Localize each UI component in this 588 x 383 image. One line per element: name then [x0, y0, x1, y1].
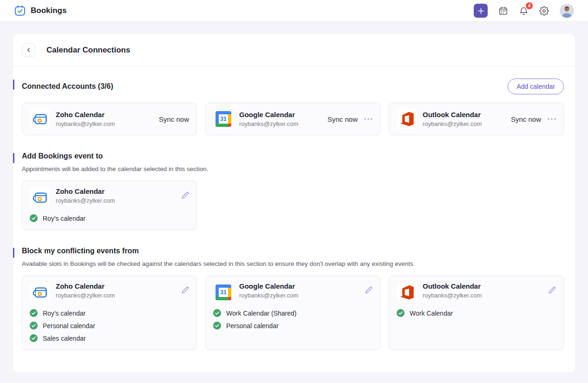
section-accent-bar — [13, 79, 14, 90]
ellipsis-icon — [548, 118, 556, 120]
connected-account-card-zoho: Zoho Calendar roybanks@zylker.com Sync n… — [22, 103, 197, 135]
provider-email: roybanks@zylker.com — [56, 120, 115, 127]
notification-badge: 4 — [526, 2, 533, 9]
pencil-icon — [365, 286, 372, 294]
selected-calendar-item: Personal calendar — [213, 322, 372, 330]
add-bookings-event-list: Zoho Calendar roybanks@zylker.com — [22, 181, 564, 230]
connected-account-card-google: 31 Google Calendar roybanks@zylker.com S… — [205, 103, 380, 135]
connected-accounts-section: Connected Accounts (3/6) Add calendar Zo… — [13, 79, 575, 135]
provider-name: Google Calendar — [239, 111, 298, 119]
zoho-calendar-icon — [30, 282, 50, 303]
settings-button[interactable] — [539, 6, 549, 16]
avatar-photo — [560, 4, 574, 18]
add-bookings-event-section: Add Bookings event to Appointments will … — [13, 152, 575, 230]
back-button[interactable] — [22, 43, 35, 57]
add-calendar-button[interactable]: Add calendar — [508, 79, 564, 94]
outlook-calendar-icon — [397, 282, 417, 303]
provider-name: Outlook Calendar — [423, 111, 482, 119]
page-title: Calendar Connections — [46, 46, 130, 55]
check-icon — [397, 309, 405, 317]
ellipsis-icon — [364, 118, 372, 120]
edit-calendars-button[interactable] — [182, 192, 189, 199]
block-conflicting-description: Available slots in Bookings will be chec… — [22, 260, 564, 267]
check-icon — [30, 214, 38, 222]
calendar-name: Personal calendar — [226, 322, 279, 330]
create-new-button[interactable] — [474, 4, 488, 18]
google-calendar-icon: 31 — [213, 109, 234, 129]
selected-calendar-item: Sales calendar — [30, 334, 189, 342]
provider-name: Zoho Calendar — [56, 111, 115, 119]
app-title: Bookings — [31, 6, 66, 15]
chevron-left-icon — [26, 47, 32, 53]
google-calendar-icon: 31 — [213, 282, 234, 303]
more-options-button[interactable] — [548, 116, 556, 122]
sync-now-link[interactable]: Sync now — [511, 115, 541, 123]
check-icon — [30, 309, 38, 317]
provider-email: roybanks@zylker.com — [423, 292, 482, 299]
bookings-logo[interactable]: Bookings — [14, 5, 66, 17]
gear-icon — [539, 6, 549, 16]
zoho-calendar-icon — [30, 109, 50, 129]
add-bookings-event-description: Appointments will be added to the calend… — [22, 165, 564, 172]
topbar-actions: 4 — [474, 4, 574, 18]
calendar-name: Personal calendar — [43, 322, 95, 330]
provider-name: Zoho Calendar — [56, 282, 115, 290]
calendar-name: Roy's calendar — [43, 215, 85, 222]
provider-name: Google Calendar — [239, 282, 298, 290]
provider-email: roybanks@zylker.com — [56, 292, 115, 299]
block-card-outlook: Outlook Calendar roybanks@zylker.com Wor… — [389, 276, 564, 350]
selected-calendar-item: Work Calendar — [397, 309, 556, 317]
sync-now-link[interactable]: Sync now — [327, 115, 358, 123]
block-conflicting-list: Zoho Calendar roybanks@zylker.com Roy's … — [22, 276, 564, 350]
calendar-icon — [498, 6, 508, 16]
calendar-name: Sales calendar — [43, 335, 86, 342]
provider-name: Zoho Calendar — [56, 187, 115, 195]
provider-email: roybanks@zylker.com — [423, 120, 482, 127]
pencil-icon — [182, 286, 189, 294]
user-avatar[interactable] — [560, 4, 574, 18]
selected-calendar-item: Roy's calendar — [30, 214, 189, 222]
block-card-zoho: Zoho Calendar roybanks@zylker.com Roy's … — [22, 276, 197, 350]
connected-account-card-outlook: Outlook Calendar roybanks@zylker.com Syn… — [389, 103, 564, 135]
check-icon — [30, 322, 38, 330]
edit-calendars-button[interactable] — [182, 286, 189, 294]
check-icon — [30, 334, 38, 342]
zoho-calendar-icon — [30, 187, 50, 208]
block-card-google: 31 Google Calendar roybanks@zylker.com — [205, 276, 380, 350]
block-conflicting-events-section: Block my conflicting events from Availab… — [13, 247, 575, 350]
provider-name: Outlook Calendar — [423, 282, 482, 290]
section-accent-bar — [13, 153, 14, 163]
calendar-name: Work Calendar (Shared) — [226, 310, 296, 317]
bookings-logo-icon — [14, 5, 26, 17]
sync-now-link[interactable]: Sync now — [159, 115, 189, 123]
notifications-button[interactable]: 4 — [519, 6, 529, 16]
provider-email: roybanks@zylker.com — [56, 197, 115, 204]
connected-accounts-title: Connected Accounts (3/6) — [22, 82, 113, 91]
pencil-icon — [549, 286, 556, 294]
provider-email: roybanks@zylker.com — [239, 292, 298, 299]
calendar-view-button[interactable] — [498, 6, 508, 16]
outlook-calendar-icon — [397, 109, 417, 129]
connected-accounts-list: Zoho Calendar roybanks@zylker.com Sync n… — [22, 103, 564, 135]
plus-icon — [477, 7, 484, 14]
panel-header: Calendar Connections — [13, 34, 575, 66]
check-icon — [213, 322, 221, 330]
more-options-button[interactable] — [364, 116, 372, 122]
top-navigation-bar: Bookings 4 — [0, 0, 588, 22]
selected-calendar-item: Work Calendar (Shared) — [213, 309, 372, 317]
edit-calendars-button[interactable] — [365, 286, 372, 294]
add-event-card-zoho: Zoho Calendar roybanks@zylker.com — [22, 181, 197, 230]
selected-calendar-item: Personal calendar — [30, 322, 189, 330]
provider-email: roybanks@zylker.com — [239, 120, 298, 127]
edit-calendars-button[interactable] — [549, 286, 556, 294]
section-accent-bar — [13, 248, 14, 258]
selected-calendar-item: Roy's calendar — [30, 309, 189, 317]
add-bookings-event-title: Add Bookings event to — [22, 152, 103, 160]
calendar-name: Roy's calendar — [43, 310, 85, 317]
pencil-icon — [182, 192, 189, 199]
check-icon — [213, 309, 221, 317]
block-conflicting-title: Block my conflicting events from — [22, 247, 139, 255]
calendar-connections-panel: Calendar Connections Connected Accounts … — [13, 34, 575, 372]
calendar-name: Work Calendar — [410, 310, 453, 317]
